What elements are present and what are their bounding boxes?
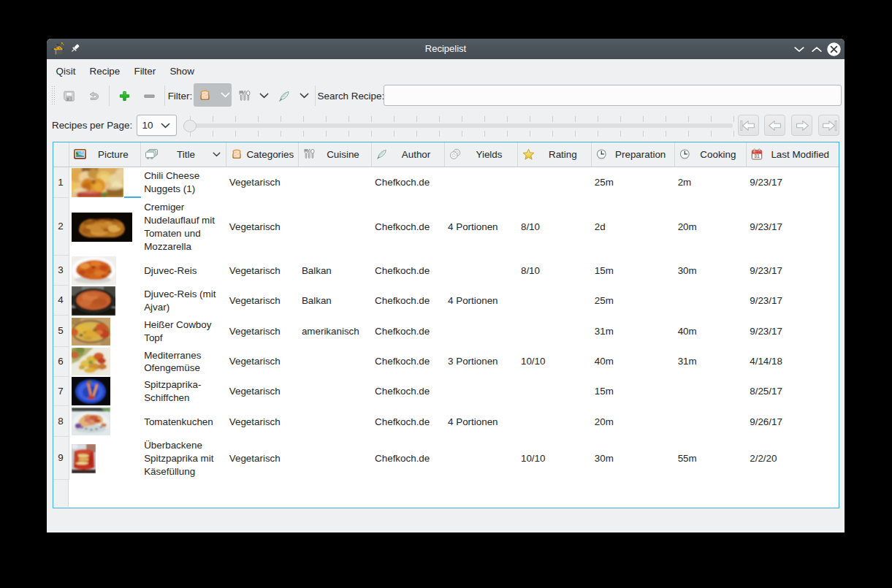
table-row[interactable]: 2 Cremiger Nudelauflauf mit Tomaten und … xyxy=(53,198,839,256)
cell-rating[interactable] xyxy=(518,406,592,437)
titlebar[interactable]: Recipelist xyxy=(47,39,845,59)
cell-yields[interactable]: 4 Portionen xyxy=(445,406,518,437)
cell-cuisine[interactable] xyxy=(299,198,372,256)
slider-handle[interactable] xyxy=(183,120,196,132)
cell-yields[interactable] xyxy=(445,256,518,286)
heisser-cowboy-topf-photo[interactable] xyxy=(69,316,142,347)
cell-author[interactable]: Chefkoch.de xyxy=(372,406,445,437)
corner-header[interactable] xyxy=(53,142,69,167)
cell-preparation[interactable]: 25m xyxy=(592,167,675,199)
last-page-button[interactable] xyxy=(818,115,839,136)
cell-cuisine[interactable] xyxy=(299,377,372,407)
table-row[interactable]: 8 Tomatenkuchen Vegetarisch Chefkoch.de … xyxy=(53,406,839,437)
cell-categories[interactable]: Vegetarisch xyxy=(226,377,299,407)
cell-yields[interactable] xyxy=(445,437,518,480)
menu-filter[interactable]: Filter xyxy=(127,59,163,83)
remove-recipe-button[interactable] xyxy=(144,83,155,109)
djuvec-reis-ajvar-photo[interactable] xyxy=(69,286,142,316)
table-row[interactable]: 9 Überbackene Spitzpaprika mit Käsefüllu… xyxy=(53,437,839,480)
column-header-author[interactable]: Author xyxy=(372,142,445,167)
cell-last-modified[interactable]: 9/23/17 xyxy=(747,167,837,199)
cell-cooking[interactable] xyxy=(675,406,747,437)
recipe-table[interactable]: Picture Title Categories Cuisine Author … xyxy=(53,142,839,508)
column-header-cuisine[interactable]: Cuisine xyxy=(299,142,372,167)
cell-preparation[interactable]: 15m xyxy=(592,256,675,286)
cell-author[interactable]: Chefkoch.de xyxy=(372,316,445,347)
cell-last-modified[interactable]: 8/25/17 xyxy=(747,377,837,407)
menu-recipe[interactable]: Recipe xyxy=(83,59,127,83)
cell-yields[interactable]: 3 Portionen xyxy=(445,347,518,377)
cell-categories[interactable]: Vegetarisch xyxy=(226,316,299,347)
chili-cheese-nuggets-photo[interactable] xyxy=(69,167,142,199)
cell-last-modified[interactable]: 9/23/17 xyxy=(747,256,837,286)
table-row[interactable]: 3 Djuvec-Reis Vegetarisch Balkan Chefkoc… xyxy=(53,256,839,286)
cell-cuisine[interactable]: Balkan xyxy=(299,256,372,286)
table-row[interactable]: 1 Chili Cheese Nuggets (1) Vegetarisch C… xyxy=(53,167,839,199)
cell-cuisine[interactable] xyxy=(299,347,372,377)
cell-title[interactable]: Chili Cheese Nuggets (1) xyxy=(141,167,226,199)
ueberbackene-spitzpaprika-photo[interactable] xyxy=(69,437,142,480)
cell-author[interactable]: Chefkoch.de xyxy=(372,167,445,199)
cell-cuisine[interactable] xyxy=(299,437,372,480)
cell-yields[interactable]: 4 Portionen xyxy=(445,198,518,256)
cremiger-nudelauflauf-photo[interactable] xyxy=(69,198,142,256)
cell-cooking[interactable]: 31m xyxy=(675,347,747,377)
minimize-button[interactable] xyxy=(794,47,804,53)
cell-rating[interactable]: 10/10 xyxy=(518,347,592,377)
spitzpaprika-schiffchen-photo[interactable] xyxy=(69,377,142,407)
cell-preparation[interactable]: 2d xyxy=(592,198,675,256)
cell-author[interactable]: Chefkoch.de xyxy=(372,198,445,256)
cell-categories[interactable]: Vegetarisch xyxy=(226,256,299,286)
cell-last-modified[interactable]: 9/26/17 xyxy=(747,406,837,437)
cell-rating[interactable] xyxy=(518,167,592,199)
cell-last-modified[interactable]: 2/2/20 xyxy=(747,437,837,480)
table-row[interactable]: 7 Spitzpaprika-Schiffchen Vegetarisch Ch… xyxy=(53,377,839,407)
per-page-combobox[interactable]: 10 xyxy=(137,115,177,136)
cell-cuisine[interactable]: amerikanisch xyxy=(299,316,372,347)
cell-categories[interactable]: Vegetarisch xyxy=(226,347,299,377)
cell-categories[interactable]: Vegetarisch xyxy=(226,198,299,256)
cell-title[interactable]: Heißer Cowboy Topf xyxy=(141,316,226,347)
cell-cuisine[interactable] xyxy=(299,406,372,437)
cell-author[interactable]: Chefkoch.de xyxy=(372,347,445,377)
cell-preparation[interactable]: 31m xyxy=(592,316,675,347)
cell-cooking[interactable]: 40m xyxy=(675,316,747,347)
cell-cuisine[interactable] xyxy=(299,167,372,199)
undo-button[interactable] xyxy=(88,83,100,109)
column-header-categories[interactable]: Categories xyxy=(226,142,299,167)
cell-rating[interactable] xyxy=(518,286,592,316)
table-row[interactable]: 5 Heißer Cowboy Topf Vegetarisch amerika… xyxy=(53,316,839,347)
cell-rating[interactable]: 8/10 xyxy=(518,256,592,286)
table-row[interactable]: 6 Mediterranes Ofengemüse Vegetarisch Ch… xyxy=(53,347,839,377)
cell-title[interactable]: Djuvec-Reis xyxy=(141,256,226,286)
first-page-button[interactable] xyxy=(738,115,759,136)
filter-cuisine-dropdown[interactable] xyxy=(238,83,269,109)
cell-title[interactable]: Mediterranes Ofengemüse xyxy=(141,347,226,377)
cell-preparation[interactable]: 30m xyxy=(592,437,675,480)
column-header-cooking[interactable]: Cooking xyxy=(675,142,747,167)
cell-rating[interactable] xyxy=(518,316,592,347)
cell-categories[interactable]: Vegetarisch xyxy=(226,286,299,316)
column-header-yields[interactable]: Yields xyxy=(445,142,518,167)
save-button[interactable] xyxy=(64,83,75,109)
cell-cuisine[interactable]: Balkan xyxy=(299,286,372,316)
cell-cooking[interactable] xyxy=(675,286,747,316)
previous-page-button[interactable] xyxy=(764,115,785,136)
cell-cooking[interactable]: 2m xyxy=(675,167,747,199)
cell-yields[interactable] xyxy=(445,167,518,199)
cell-cooking[interactable]: 30m xyxy=(675,256,747,286)
filter-author-dropdown[interactable] xyxy=(278,83,309,109)
cell-preparation[interactable]: 40m xyxy=(592,347,675,377)
cell-title[interactable]: Tomatenkuchen xyxy=(141,406,226,437)
cell-author[interactable]: Chefkoch.de xyxy=(372,437,445,480)
tomatenkuchen-photo[interactable] xyxy=(69,406,142,437)
cell-preparation[interactable]: 20m xyxy=(592,406,675,437)
cell-title[interactable]: Überbackene Spitzpaprika mit Käsefüllung xyxy=(141,437,226,480)
cell-cooking[interactable]: 55m xyxy=(675,437,747,480)
column-header-last-modified[interactable]: 31 Last Modified xyxy=(747,142,837,167)
cell-rating[interactable] xyxy=(518,377,592,407)
cell-cooking[interactable]: 20m xyxy=(675,198,747,256)
menu-qisit[interactable]: Qisit xyxy=(49,59,83,83)
cell-last-modified[interactable]: 9/23/17 xyxy=(747,286,837,316)
per-page-slider[interactable] xyxy=(183,123,733,128)
